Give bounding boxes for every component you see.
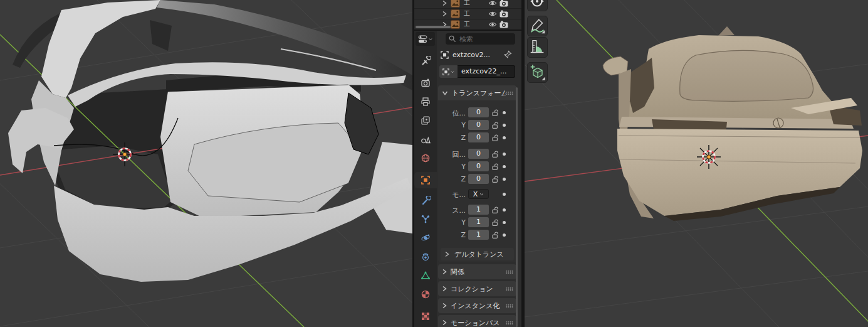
rotation-x-field[interactable]: 0 [468,149,489,159]
panel-header-transform[interactable]: トランスフォーム [438,85,516,100]
add-cube-tool-button[interactable] [527,62,548,83]
rotation-z-field[interactable]: 0 [468,174,489,184]
transform-panel-body: 位... 0 Y 0 Z 0 [438,101,516,262]
tab-object-data[interactable] [414,267,437,284]
vertical-scrollbar[interactable] [516,87,518,327]
tab-modifiers[interactable] [414,193,437,209]
rotation-mode-value: X [473,190,478,198]
animate-dot[interactable] [503,208,506,212]
transform-row-scale-y: Y 1 [438,217,516,228]
animate-dot[interactable] [503,221,506,224]
object-name-field[interactable]: extzcov22_... [458,65,515,78]
physics-icon [421,233,431,243]
tab-particles[interactable] [414,211,437,227]
animate-dot[interactable] [503,178,506,181]
scale-z-field[interactable]: 1 [468,230,489,240]
transform-row-scale-z: Z 1 [438,230,516,240]
tab-object[interactable] [414,172,437,188]
animate-dot[interactable] [503,136,506,139]
panel-header-motion-paths[interactable]: モーションパス [438,315,516,327]
animate-dot[interactable] [503,111,506,114]
view-layer-icon [421,115,431,126]
field-label: 位... [438,109,466,118]
animate-dot[interactable] [503,153,506,156]
lock-open-icon[interactable] [492,206,499,214]
animate-dot[interactable] [503,233,506,237]
animate-dot[interactable] [503,193,506,196]
3d-cursor [697,145,721,169]
render-camera-icon[interactable] [499,10,508,18]
lock-open-icon[interactable] [492,231,499,239]
tab-world[interactable] [414,150,437,166]
tab-scene[interactable] [414,131,437,147]
id-type-button[interactable] [439,65,458,78]
properties-editor-icon [418,35,427,43]
animate-dot[interactable] [503,165,506,168]
image-icon [451,0,460,8]
transform-tool-button[interactable] [527,0,548,11]
visibility-eye-icon[interactable] [488,11,497,17]
render-camera-icon[interactable] [499,0,508,7]
lock-open-icon[interactable] [492,109,499,117]
drag-handle-dots[interactable] [506,91,513,95]
chevron-down-icon [451,70,454,73]
rotation-y-field[interactable]: 0 [468,161,489,171]
drag-handle-dots[interactable] [506,270,513,274]
search-input[interactable] [459,35,510,43]
panel-header-collections[interactable]: コレクション [438,281,516,296]
location-y-field[interactable]: 0 [468,120,489,130]
lock-open-icon[interactable] [492,121,499,129]
outliner-row[interactable]: 工 [414,0,521,8]
object-name-block: extzcov22_... [439,65,515,78]
transform-row-rotation-mode: モ... X [438,189,516,200]
pin-icon[interactable] [503,50,512,59]
location-z-field[interactable]: 0 [468,132,489,142]
viewport-right[interactable] [525,0,868,327]
tab-texture[interactable] [414,308,437,324]
location-x-field[interactable]: 0 [468,107,489,117]
lock-open-icon[interactable] [492,175,499,183]
tab-output[interactable] [414,94,437,110]
chevron-right-icon[interactable] [442,0,447,6]
visibility-eye-icon[interactable] [488,0,497,6]
visibility-eye-icon[interactable] [488,21,497,28]
tab-material[interactable] [414,286,437,303]
chevron-right-icon[interactable] [442,11,447,17]
editor-type-button[interactable] [416,32,435,46]
tab-render[interactable] [414,75,437,91]
animate-dot[interactable] [503,124,506,127]
scale-y-field[interactable]: 1 [468,217,489,227]
transform-row-location-x: 位... 0 [438,107,516,118]
properties-editor: extzcov2... extzcov22_... [414,31,521,327]
drag-handle-dots[interactable] [506,304,513,308]
viewport-left[interactable] [0,0,412,327]
search-box[interactable] [446,33,515,45]
lock-open-icon[interactable] [492,150,499,158]
outliner-row[interactable]: 工 [414,8,521,19]
breadcrumb-object-name[interactable]: extzcov2... [452,51,490,59]
lock-open-icon[interactable] [492,134,499,142]
particles-icon [421,214,431,224]
render-camera-icon[interactable] [499,21,508,28]
chevron-right-icon [442,319,447,326]
lock-open-icon[interactable] [492,163,499,171]
drag-handle-dots[interactable] [506,321,513,325]
scale-x-field[interactable]: 1 [468,205,489,215]
horizontal-scrollbar[interactable] [416,26,451,28]
lock-open-icon[interactable] [492,218,499,227]
panel-header-instancing[interactable]: インスタンス化 [438,298,516,313]
subpanel-delta-transform[interactable]: デルタトランス [441,248,514,260]
tab-constraints[interactable] [414,249,437,265]
chevron-down-icon [442,90,448,95]
chevron-right-icon [442,303,447,309]
rotation-mode-dropdown[interactable]: X [468,189,489,199]
chevron-right-icon [444,251,449,257]
panel-header-relations[interactable]: 関係 [438,264,516,279]
annotate-tool-button[interactable] [527,16,548,36]
tab-tool[interactable] [414,53,437,69]
drag-handle-dots[interactable] [506,287,513,291]
image-icon [451,9,460,18]
tab-view-layer[interactable] [414,112,437,129]
measure-tool-button[interactable] [527,37,548,58]
tab-physics[interactable] [414,230,437,246]
